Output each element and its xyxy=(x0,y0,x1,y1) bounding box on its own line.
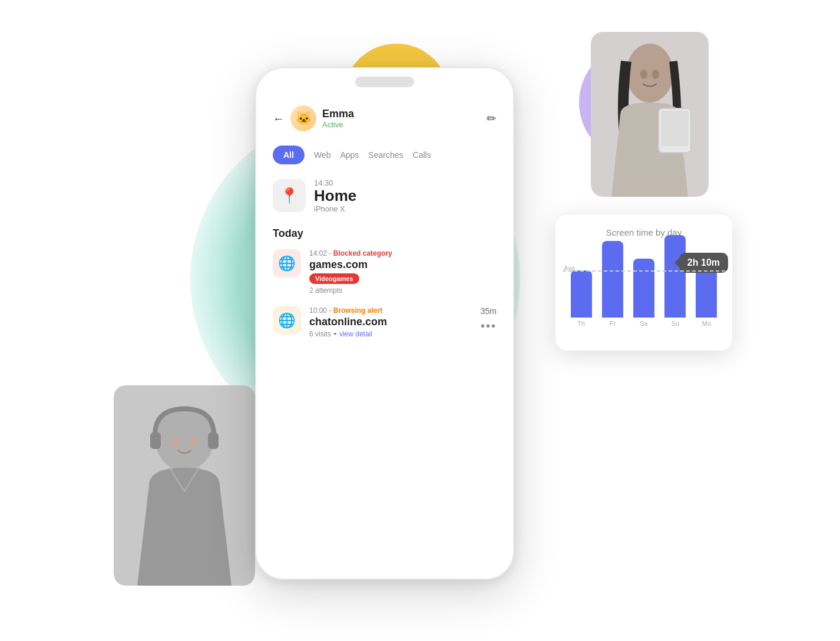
globe-alert-icon: 🌐 xyxy=(278,312,296,329)
bar-label-mo: Mo xyxy=(702,320,711,327)
bar-wrapper-sa: Sa xyxy=(631,259,656,327)
svg-rect-2 xyxy=(150,432,161,449)
activity-time-2: 10:00 xyxy=(309,306,327,315)
edit-button[interactable]: ✏ xyxy=(487,111,497,125)
location-time: 14:30 xyxy=(314,179,356,187)
user-status: Active xyxy=(322,120,354,129)
bar-wrapper-mo: Mo xyxy=(694,265,719,327)
more-options-icon[interactable]: ••• xyxy=(481,319,497,333)
activity-meta-1: 14:02 - Blocked category xyxy=(309,249,497,257)
header-left: ← 🐱 Emma Active xyxy=(273,105,354,131)
bar-sa xyxy=(633,259,654,318)
visits-count: 6 visits xyxy=(309,330,331,338)
svg-point-10 xyxy=(640,70,647,79)
alert-icon-box: 🌐 xyxy=(273,306,301,335)
svg-rect-9 xyxy=(661,111,689,146)
location-device: iPhone X xyxy=(314,204,356,213)
svg-point-4 xyxy=(171,436,180,447)
activity-item-blocked: 🌐 14:02 - Blocked category games.com Vid… xyxy=(273,249,497,295)
avg-line xyxy=(563,270,725,272)
blocked-site: games.com xyxy=(309,259,497,271)
tab-searches[interactable]: Searches xyxy=(368,150,403,160)
user-name: Emma xyxy=(322,108,354,120)
attempts-count: 2 attempts xyxy=(309,286,497,295)
videogames-tag: Videogames xyxy=(309,271,497,284)
location-icon-box: 📍 xyxy=(273,179,306,212)
browsing-alert-label: Browsing alert xyxy=(333,306,382,315)
tab-all[interactable]: All xyxy=(273,146,305,164)
svg-point-11 xyxy=(652,70,659,79)
back-button[interactable]: ← xyxy=(273,112,285,125)
svg-rect-3 xyxy=(208,432,219,449)
phone-header: ← 🐱 Emma Active ✏ xyxy=(273,105,497,131)
screen-time-card: Screen time by day Avg ThFrSaSuMo 2h 10m xyxy=(555,214,732,351)
activity-details-1: 14:02 - Blocked category games.com Video… xyxy=(309,249,497,295)
svg-point-5 xyxy=(189,436,197,447)
tab-web[interactable]: Web xyxy=(314,150,331,160)
activity-right-2: 35m ••• xyxy=(481,306,497,333)
view-detail-link[interactable]: view detail xyxy=(339,330,372,338)
visits-row: 6 visits - view detail xyxy=(309,328,472,339)
globe-blocked-icon: 🌐 xyxy=(278,255,296,272)
tab-calls[interactable]: Calls xyxy=(413,150,431,160)
user-info: Emma Active xyxy=(322,108,354,129)
activity-meta-2: 10:00 - Browsing alert xyxy=(309,306,472,315)
duration-label: 35m xyxy=(481,306,497,316)
location-name: Home xyxy=(314,187,356,204)
bar-wrapper-su: Su xyxy=(663,235,688,327)
activity-details-2: 10:00 - Browsing alert chatonline.com 6 … xyxy=(309,306,472,339)
bar-fr xyxy=(602,241,623,318)
chart-area: Avg ThFrSaSuMo 2h 10m xyxy=(568,247,719,341)
location-card: 📍 14:30 Home iPhone X xyxy=(273,179,497,213)
phone-notch xyxy=(355,77,414,87)
bar-su xyxy=(664,235,686,318)
person-left-image xyxy=(114,385,255,586)
bar-wrapper-fr: Fr xyxy=(600,241,625,327)
time-badge: 2h 10m xyxy=(679,253,728,273)
activity-item-alert: 🌐 10:00 - Browsing alert chatonline.com … xyxy=(273,306,497,339)
bar-label-th: Th xyxy=(577,320,585,327)
nav-tabs: All Web Apps Searches Calls xyxy=(273,146,497,164)
bar-label-sa: Sa xyxy=(640,320,647,327)
svg-point-7 xyxy=(626,44,673,103)
blocked-icon-box: 🌐 xyxy=(273,249,301,277)
today-label: Today xyxy=(273,227,497,240)
scene: ← 🐱 Emma Active ✏ All Web Apps Searches xyxy=(96,32,744,609)
location-details: 14:30 Home iPhone X xyxy=(314,179,356,213)
alert-site: chatonline.com xyxy=(309,316,472,328)
location-icon: 📍 xyxy=(280,187,299,205)
bar-wrapper-th: Th xyxy=(568,270,594,327)
avatar: 🐱 xyxy=(290,105,316,131)
bar-label-su: Su xyxy=(671,320,679,327)
bar-th xyxy=(571,270,592,318)
person-right-image xyxy=(591,32,709,197)
bar-group: ThFrSaSuMo xyxy=(568,235,719,327)
tab-apps[interactable]: Apps xyxy=(340,150,359,160)
phone-mockup: ← 🐱 Emma Active ✏ All Web Apps Searches xyxy=(255,67,514,580)
bar-label-fr: Fr xyxy=(610,320,616,327)
blocked-category-label: Blocked category xyxy=(333,249,392,257)
activity-time-1: 14:02 xyxy=(309,249,327,257)
